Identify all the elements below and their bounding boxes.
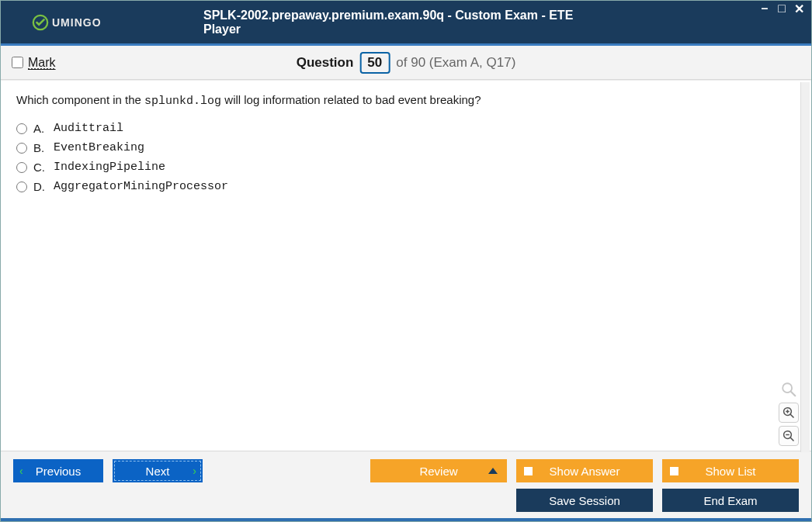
option-c-radio[interactable] [16, 162, 27, 173]
question-total: of 90 (Exam A, Q17) [396, 55, 515, 71]
vertical-scrollbar[interactable] [800, 82, 810, 452]
svg-line-2 [791, 392, 796, 396]
question-header-bar: Mark Question 50 of 90 (Exam A, Q17) [1, 46, 811, 80]
option-a-letter: A. [33, 122, 47, 135]
close-icon[interactable]: ✕ [793, 2, 805, 15]
question-word: Question [297, 55, 354, 71]
previous-label: Previous [36, 465, 81, 478]
show-list-button[interactable]: Show List [662, 459, 799, 482]
bottom-accent-bar [1, 518, 811, 521]
show-list-label: Show List [705, 465, 755, 478]
footer: ‹ Previous Next › Review Show Answer Sho… [1, 451, 811, 518]
square-icon [670, 467, 678, 475]
question-text-prefix: Which component in the [16, 93, 144, 106]
question-text-code: splunkd.log [144, 95, 221, 108]
next-button[interactable]: Next › [113, 459, 203, 482]
end-exam-button[interactable]: End Exam [662, 489, 799, 512]
svg-line-8 [790, 437, 793, 441]
option-b[interactable]: B. EventBreaking [16, 141, 785, 154]
mark-label: Mark [28, 56, 56, 70]
review-button[interactable]: Review [370, 459, 507, 482]
option-d-value: AggregatorMiningProcessor [54, 180, 228, 193]
option-a-radio[interactable] [16, 123, 27, 134]
content-area: Which component in the splunkd.log will … [1, 80, 811, 451]
zoom-controls [779, 379, 799, 446]
titlebar: UMINGO SPLK-2002.prepaway.premium.exam.9… [1, 1, 811, 46]
search-icon [779, 379, 799, 399]
square-icon [524, 467, 533, 475]
app-window: UMINGO SPLK-2002.prepaway.premium.exam.9… [0, 0, 812, 522]
question-position: Question 50 of 90 (Exam A, Q17) [297, 52, 516, 74]
save-session-button[interactable]: Save Session [516, 489, 653, 512]
show-answer-button[interactable]: Show Answer [516, 459, 653, 482]
mark-checkbox-wrap[interactable]: Mark [12, 56, 56, 70]
maximize-icon[interactable]: □ [776, 2, 788, 15]
svg-line-4 [790, 414, 793, 417]
option-d[interactable]: D. AggregatorMiningProcessor [16, 180, 785, 193]
window-title: SPLK-2002.prepaway.premium.exam.90q - Cu… [203, 9, 609, 36]
options-list: A. Audittrail B. EventBreaking C. Indexi… [16, 122, 785, 193]
option-c-letter: C. [33, 161, 47, 174]
minimize-icon[interactable]: – [758, 2, 771, 15]
logo-checkmark-icon [32, 14, 49, 31]
brand-text: UMINGO [52, 16, 102, 29]
option-a-value: Audittrail [54, 122, 123, 135]
option-d-letter: D. [33, 180, 47, 193]
show-answer-label: Show Answer [550, 465, 620, 478]
triangle-up-icon [488, 468, 498, 474]
chevron-left-icon: ‹ [19, 465, 23, 477]
footer-row-2: Save Session End Exam [13, 489, 799, 512]
option-a[interactable]: A. Audittrail [16, 122, 785, 135]
window-controls: – □ ✕ [758, 2, 805, 15]
mark-checkbox[interactable] [12, 57, 23, 68]
question-number: 50 [359, 52, 390, 74]
option-b-letter: B. [33, 141, 47, 154]
option-c[interactable]: C. IndexingPipeline [16, 161, 785, 174]
footer-row-1: ‹ Previous Next › Review Show Answer Sho… [13, 459, 799, 482]
option-b-radio[interactable] [16, 143, 27, 154]
next-label: Next [146, 465, 170, 478]
zoom-in-button[interactable] [779, 403, 799, 423]
previous-button[interactable]: ‹ Previous [13, 459, 103, 482]
option-b-value: EventBreaking [54, 141, 144, 154]
end-exam-label: End Exam [703, 494, 757, 507]
option-d-radio[interactable] [16, 181, 27, 192]
option-c-value: IndexingPipeline [54, 161, 165, 174]
brand-logo: UMINGO [32, 14, 102, 31]
question-text: Which component in the splunkd.log will … [16, 93, 785, 108]
review-label: Review [419, 465, 457, 478]
question-text-suffix: will log information related to bad even… [221, 93, 481, 106]
zoom-out-button[interactable] [779, 426, 799, 446]
question-content: Which component in the splunkd.log will … [1, 81, 800, 451]
save-session-label: Save Session [549, 494, 620, 507]
chevron-right-icon: › [193, 465, 196, 477]
